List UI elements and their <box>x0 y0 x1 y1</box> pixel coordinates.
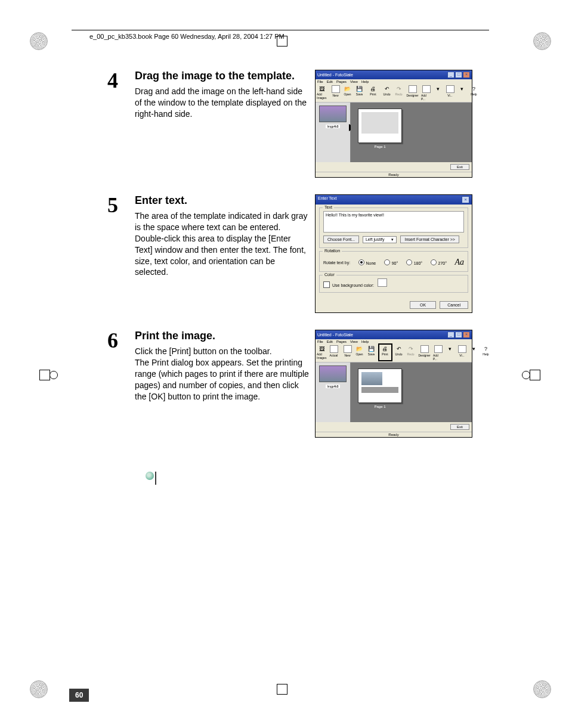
page-frame: e_00_pc_kb353.book Page 60 Wednesday, Ap… <box>72 30 489 686</box>
thumbnail-label: Imgp4k8 <box>326 125 339 128</box>
rotate-by-label: Rotate text by: <box>323 261 350 265</box>
thumbnail-label: Imgp4k8 <box>326 385 339 388</box>
justify-select: Left justify <box>363 236 397 243</box>
dialog-title: Enter Text <box>318 196 336 203</box>
reg-ring-icon <box>522 371 530 379</box>
reg-mark-icon <box>39 370 50 380</box>
section-marker-icon <box>146 472 154 480</box>
redo-button: ↷Redo <box>406 345 416 356</box>
content: 4 Drag the image to the template. Drag a… <box>72 46 489 438</box>
designer-button: Designer <box>407 85 418 97</box>
reg-mark-icon <box>530 370 540 380</box>
use-bg-checkbox: Use background color: <box>323 283 387 287</box>
print-highlight <box>378 343 392 361</box>
step-text: Drag and add the image on the left-hand … <box>135 86 309 120</box>
undo-button: ↶Undo <box>382 85 392 96</box>
step-6: 6 Print the image. Click the [Print] but… <box>107 330 471 438</box>
rotation-group-label: Rotation <box>323 249 342 253</box>
template-page: Page 1 <box>358 109 402 143</box>
save-button: 💾Save <box>366 345 376 356</box>
toolbar: 🖼Add Images New 📂Open 💾Save 🖨Print ↶Undo… <box>316 84 472 103</box>
text-input: Hello!! This is my favorite view!! <box>323 211 464 233</box>
add-images-button: 🖼Add Images <box>317 85 327 100</box>
ok-button: OK <box>410 301 436 309</box>
menubar: FileEditPagesViewHelp <box>316 339 472 344</box>
print-button: 🖨Print <box>380 345 390 356</box>
choose-font-button: Choose Font... <box>323 236 359 243</box>
color-group-label: Color <box>323 272 336 277</box>
template-page: Page 1 <box>358 368 402 403</box>
step-number: 6 <box>107 330 135 438</box>
close-icon: × <box>462 196 469 203</box>
page-number: 60 <box>69 689 89 702</box>
crop-mark-icon <box>533 680 551 698</box>
new-button: New <box>330 85 341 97</box>
preview-aa: Aa <box>454 258 464 267</box>
radio-180: 180° <box>406 259 422 265</box>
window-title: Untitled - FotoSlate <box>317 73 353 77</box>
open-button: 📂Open <box>342 85 352 96</box>
open-button: 📂Open <box>354 345 364 356</box>
step-text: The area of the template indicated in da… <box>135 210 309 278</box>
crop-mark-icon <box>30 32 48 50</box>
redo-button: ↷Redo <box>394 85 404 96</box>
step-4: 4 Drag the image to the template. Drag a… <box>107 70 471 178</box>
step-title: Print the image. <box>135 330 309 342</box>
section-marker-icon <box>155 472 156 485</box>
close-icon: × <box>463 332 470 338</box>
add-page-button: Add P... <box>433 345 443 361</box>
maximize-icon: □ <box>455 72 462 78</box>
app-window-screenshot-print: Untitled - FotoSlate _ □ × FileEditPages… <box>315 330 472 438</box>
menubar: FileEditPagesViewHelp <box>316 79 472 84</box>
help-button: ?Help <box>469 85 479 96</box>
color-swatch <box>378 278 387 287</box>
view-button: Vi... <box>457 345 467 357</box>
close-icon: × <box>463 72 470 78</box>
step-number: 5 <box>107 194 135 313</box>
step-5: 5 Enter text. The area of the template i… <box>107 194 471 313</box>
print-button: 🖨Print <box>368 85 378 96</box>
thumbnail-image <box>319 365 347 382</box>
status-bar: Ready <box>316 432 472 437</box>
radio-none: None <box>358 259 376 265</box>
add-images-button: 🖼Add Images <box>317 345 327 360</box>
step-title: Enter text. <box>135 194 309 207</box>
window-title: Untitled - FotoSlate <box>317 333 353 337</box>
minimize-icon: _ <box>447 332 454 338</box>
status-bar: Ready <box>316 172 472 177</box>
enter-text-dialog: Enter Text × Text Hello!! This is my fav… <box>315 194 472 313</box>
view-button: Vi... <box>445 85 455 97</box>
exit-button: Exit <box>450 424 469 430</box>
step-title: Drag the image to the template. <box>135 70 309 82</box>
toolbar: 🖼Add Images Actual New 📂Open 💾Save 🖨Prin… <box>316 344 472 363</box>
radio-90: 90° <box>384 259 398 265</box>
reg-ring-icon <box>50 371 58 379</box>
text-group-label: Text <box>323 205 334 209</box>
crop-mark-icon <box>30 680 48 698</box>
insert-char-button: Insert Format Character >> <box>400 236 459 243</box>
step-text: Click the [Print] button on the toolbar.… <box>135 346 309 402</box>
help-button: ?Help <box>481 345 491 356</box>
minimize-icon: _ <box>447 72 454 78</box>
undo-button: ↶Undo <box>394 345 404 356</box>
exit-button: Exit <box>450 164 469 170</box>
placed-image <box>361 372 382 385</box>
new-button: New <box>342 345 352 357</box>
thumbnail-image <box>319 106 347 122</box>
cancel-button: Cancel <box>440 301 468 309</box>
save-button: 💾Save <box>354 85 364 96</box>
app-window-screenshot: Untitled - FotoSlate _ □ × FileEditPages… <box>315 70 472 178</box>
radio-270: 270° <box>431 259 447 265</box>
crop-mark-icon <box>533 32 551 50</box>
maximize-icon: □ <box>455 332 462 338</box>
actual-button: Actual <box>329 345 339 357</box>
add-page-button: Add P... <box>421 85 431 101</box>
header-line: e_00_pc_kb353.book Page 60 Wednesday, Ap… <box>72 30 489 46</box>
designer-button: Designer <box>419 345 429 357</box>
step-number: 4 <box>107 70 135 178</box>
